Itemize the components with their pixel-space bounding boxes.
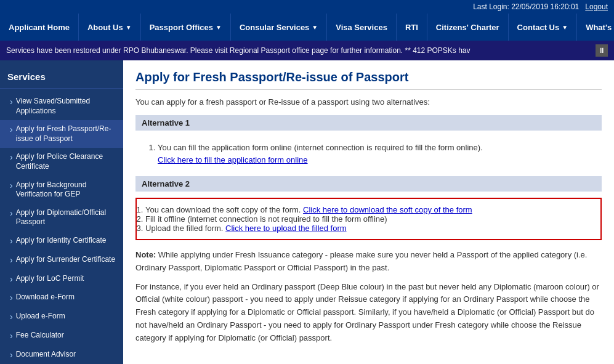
sidebar-item-download-eform[interactable]: › Download e-Form [0,288,123,307]
alt1-item-1: You can fill the application form online… [158,142,592,166]
bullet-icon: › [10,208,13,219]
page-title: Apply for Fresh Passport/Re-issue of Pas… [135,70,602,90]
logout-link[interactable]: Logout [585,2,608,11]
note-para1-text: While applying under Fresh Issuance cate… [135,250,587,272]
alt2-item-1: You can download the soft copy of the fo… [145,205,592,214]
chevron-down-icon: ▼ [216,24,222,31]
nav-applicant-home[interactable]: Applicant Home [0,14,79,41]
alt2-item2-text: Fill it offline (internet connection is … [145,214,387,224]
note-para2: For instance, if you ever held an Ordina… [135,281,602,345]
sidebar-item-diplomatic-passport[interactable]: › Apply for Diplomatic/Official Passport [0,204,123,232]
nav-consular-services[interactable]: Consular Services ▼ [231,14,327,41]
nav-about-us[interactable]: About Us ▼ [79,14,141,41]
sidebar-item-upload-eform[interactable]: › Upload e-Form [0,307,123,326]
nav-contact-us[interactable]: Contact Us ▼ [509,14,578,41]
sidebar: Services › View Saved/Submitted Applicat… [0,60,123,364]
sidebar-item-background-verification[interactable]: › Apply for Background Verification for … [0,176,123,204]
alt2-box: You can download the soft copy of the fo… [135,198,602,240]
alt1-header: Alternative 1 [135,115,602,131]
alt1-item1-text: You can fill the application form online… [158,143,483,152]
bullet-icon: › [10,293,13,303]
alt1-fill-online-link[interactable]: Click here to fill the application form … [158,155,308,164]
alt2-item1-text: You can download the soft copy of the fo… [145,205,301,214]
bullet-icon: › [10,124,13,135]
sidebar-item-surrender-certificate[interactable]: › Apply for Surrender Certificate [0,251,123,270]
bullet-icon: › [10,97,13,107]
bullet-icon: › [10,236,13,246]
chevron-down-icon: ▼ [312,24,318,31]
ticker-pause-button[interactable]: ⏸ [596,44,608,57]
sidebar-item-saved-applications[interactable]: › View Saved/Submitted Applications [0,92,123,120]
last-login: Last Login: 22/05/2019 16:20:01 [473,2,579,11]
alt2-header: Alternative 2 [135,176,602,192]
bullet-icon: › [10,331,13,341]
news-ticker: Services have been restored under RPO Bh… [0,41,614,60]
bullet-icon: › [10,255,13,265]
sidebar-item-fee-calculator[interactable]: › Fee Calculator [0,326,123,346]
sidebar-title: Services [0,67,123,89]
alt2-item-2: Fill it offline (internet connection is … [145,214,592,224]
nav-whats-new[interactable]: What's New [577,14,614,41]
chevron-down-icon: ▼ [562,24,568,31]
alt2-download-link[interactable]: Click here to download the soft copy of … [303,205,472,214]
bullet-icon: › [10,274,13,285]
sidebar-item-police-clearance[interactable]: › Apply for Police Clearance Certificate [0,148,123,176]
sidebar-item-document-advisor[interactable]: › Document Advisor [0,346,123,364]
bullet-icon: › [10,350,13,360]
alt2-item-3: Upload the filled form. Click here to up… [145,224,592,233]
sidebar-item-loc-permit[interactable]: › Apply for LoC Permit [0,270,123,289]
sidebar-item-fresh-passport[interactable]: › Apply for Fresh Passport/Re-issue of P… [0,120,123,148]
nav-passport-offices[interactable]: Passport Offices ▼ [141,14,231,41]
note-para1: Note: While applying under Fresh Issuanc… [135,249,602,275]
main-layout: Services › View Saved/Submitted Applicat… [0,60,614,364]
nav-rti[interactable]: RTI [397,14,427,41]
main-nav: Applicant Home About Us ▼ Passport Offic… [0,14,614,41]
intro-text: You can apply for a fresh passport or Re… [135,97,602,107]
alt1-content: You can fill the application form online… [135,137,602,176]
note-section: Note: While applying under Fresh Issuanc… [135,249,602,345]
bullet-icon: › [10,312,13,322]
top-bar: Last Login: 22/05/2019 16:20:01 Logout [0,0,614,14]
alt2-upload-link[interactable]: Click here to upload the filled form [225,224,347,233]
bullet-icon: › [10,180,13,191]
alt2-item3-text: Upload the filled form. [145,224,223,233]
ticker-text: Services have been restored under RPO Bh… [6,46,591,55]
content-area: Apply for Fresh Passport/Re-issue of Pas… [123,60,614,364]
nav-visa-services[interactable]: Visa Services [327,14,397,41]
bullet-icon: › [10,152,13,163]
chevron-down-icon: ▼ [126,24,132,31]
note-label: Note: [135,250,156,259]
sidebar-item-identity-certificate[interactable]: › Apply for Identity Certificate [0,232,123,251]
nav-citizens-charter[interactable]: Citizens' Charter [427,14,509,41]
